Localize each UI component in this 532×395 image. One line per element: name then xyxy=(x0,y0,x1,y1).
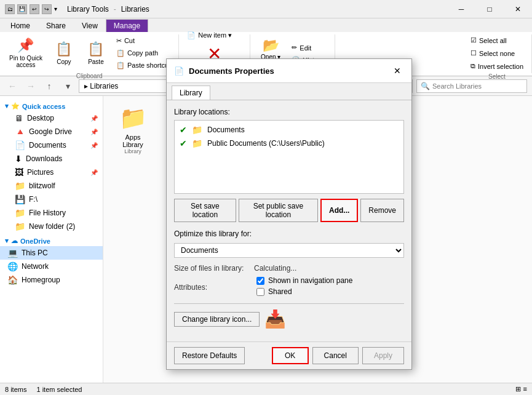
divider xyxy=(174,303,404,304)
apps-sublabel: Library xyxy=(124,148,141,154)
dialog-footer-actions: OK Cancel Apply xyxy=(272,347,404,364)
google-drive-label: Google Drive xyxy=(29,127,72,136)
view-list-icon[interactable]: ≡ xyxy=(523,385,527,393)
paste-shortcut-button[interactable]: 📋 Paste shortcut xyxy=(113,60,173,71)
change-icon-row: Change library icon... 📥 xyxy=(174,309,404,329)
sidebar-item-new-folder[interactable]: 📁 New folder (2) xyxy=(0,220,103,233)
change-icon-button[interactable]: Change library icon... xyxy=(174,312,260,327)
new-folder-label: New folder (2) xyxy=(29,222,75,231)
optimize-row: Optimize this library for: xyxy=(174,229,404,238)
forward-button[interactable]: → xyxy=(23,79,38,94)
dialog-tab-library[interactable]: Library xyxy=(172,86,210,100)
sidebar-item-file-history[interactable]: 📁 File History xyxy=(0,206,103,220)
tab-manage[interactable]: Manage xyxy=(106,19,148,32)
select-all-icon: ☑ xyxy=(470,36,477,44)
tab-home[interactable]: Home xyxy=(2,19,38,32)
copy-button[interactable]: 📋 Copy xyxy=(49,38,79,68)
sidebar-item-desktop[interactable]: 🖥 Desktop 📌 xyxy=(0,111,103,125)
sidebar-item-google-drive[interactable]: 🔺 Google Drive 📌 xyxy=(0,125,103,138)
edit-button[interactable]: ✏ Edit xyxy=(288,42,327,54)
clipboard-label: Clipboard xyxy=(76,73,103,79)
shown-in-nav-row: Shown in navigation pane xyxy=(256,276,352,285)
ribbon-group-clipboard: 📌 Pin to Quick access 📋 Copy 📋 Paste ✂ C… xyxy=(0,34,179,73)
item-count: 8 items xyxy=(5,386,26,393)
cut-icon: ✂ xyxy=(116,37,122,45)
select-none-button[interactable]: ☐ Select none xyxy=(467,47,518,59)
sidebar-item-homegroup[interactable]: 🏠 Homegroup xyxy=(0,273,103,287)
minimize-button[interactable]: ─ xyxy=(447,0,475,18)
folder-icon-1: 📁 xyxy=(192,125,202,135)
location-buttons: Set save location Set public save locati… xyxy=(174,199,404,222)
pin-button[interactable]: 📌 Pin to Quick access xyxy=(5,34,47,71)
sidebar-item-documents[interactable]: 📄 Documents 📌 xyxy=(0,138,103,152)
sidebar-item-downloads[interactable]: ⬇ Downloads xyxy=(0,152,103,166)
search-box[interactable]: 🔍 xyxy=(416,79,527,93)
dialog-icon: 📄 xyxy=(174,66,184,76)
new-item-button[interactable]: 📄 New item ▾ xyxy=(184,30,245,41)
dialog-close-button[interactable]: ✕ xyxy=(391,64,404,78)
back-button[interactable]: ← xyxy=(5,79,20,94)
copy-icon: 📋 xyxy=(55,41,72,57)
sidebar-item-this-pc[interactable]: 💻 This PC xyxy=(0,246,103,260)
file-item-apps[interactable]: 📁 AppsLibrary Library xyxy=(108,101,157,159)
file-history-icon: 📁 xyxy=(15,208,25,218)
up-button[interactable]: ↑ xyxy=(42,79,57,94)
shown-in-nav-checkbox[interactable] xyxy=(256,277,264,285)
shared-row: Shared xyxy=(256,287,352,296)
copy-path-button[interactable]: 📋 Copy path xyxy=(113,47,173,59)
sidebar-item-pictures[interactable]: 🖼 Pictures 📌 xyxy=(0,166,103,179)
location-public: ✔ 📁 Public Documents (C:\Users\Public) xyxy=(177,137,401,150)
apply-button[interactable]: Apply xyxy=(362,347,404,364)
dialog-body: Library locations: ✔ 📁 Documents ✔ 📁 Pub… xyxy=(167,100,411,341)
view-large-icon[interactable]: ⊞ xyxy=(515,385,521,393)
set-public-save-location-button[interactable]: Set public save location xyxy=(239,199,318,222)
this-pc-icon: 💻 xyxy=(7,248,18,258)
sidebar-onedrive[interactable]: ▾ ☁ OneDrive xyxy=(0,233,103,246)
maximize-button[interactable]: □ xyxy=(475,0,504,18)
quick-access-chevron: ▾ xyxy=(5,102,9,110)
library-locations-label: Library locations: xyxy=(174,108,404,116)
edit-icon: ✏ xyxy=(292,44,297,52)
tab-view[interactable]: View xyxy=(74,19,106,32)
shared-label: Shared xyxy=(268,287,292,296)
select-all-button[interactable]: ☑ Select all xyxy=(467,34,510,46)
sidebar-item-network[interactable]: 🌐 Network xyxy=(0,260,103,273)
downloads-label: Downloads xyxy=(26,154,62,163)
shared-checkbox[interactable] xyxy=(256,288,264,296)
dialog-footer: Restore Defaults OK Cancel Apply xyxy=(167,341,411,369)
restore-defaults-button[interactable]: Restore Defaults xyxy=(174,347,245,364)
google-drive-icon: 🔺 xyxy=(15,127,25,137)
sidebar-item-f[interactable]: 💾 F:\ xyxy=(0,193,103,206)
dropdown-arrow[interactable]: ▾ xyxy=(54,6,57,12)
paste-button[interactable]: 📋 Paste xyxy=(81,38,111,68)
select-none-icon: ☐ xyxy=(470,49,477,57)
invert-selection-button[interactable]: ⧉ Invert selection xyxy=(467,60,526,72)
libraries-label: Libraries xyxy=(116,5,154,14)
size-row: Size of files in library: Calculating... xyxy=(174,264,404,273)
remove-button[interactable]: Remove xyxy=(360,199,404,222)
tab-share[interactable]: Share xyxy=(38,19,74,32)
optimize-select[interactable]: Documents xyxy=(174,243,404,258)
homegroup-icon: 🏠 xyxy=(7,275,18,285)
quick-access-icon: 💾 xyxy=(17,4,27,14)
paste-label: Paste xyxy=(88,58,104,65)
sidebar-quick-access[interactable]: ▾ ⭐ Quick access xyxy=(0,98,103,111)
cut-button[interactable]: ✂ Cut xyxy=(113,35,173,47)
add-button[interactable]: Add... xyxy=(320,199,358,222)
blitzwolf-label: blitzwolf xyxy=(29,182,55,190)
select-none-label: Select none xyxy=(479,50,515,57)
sidebar-item-blitzwolf[interactable]: 📁 blitzwolf xyxy=(0,179,103,193)
close-button[interactable]: ✕ xyxy=(504,0,532,18)
recent-button[interactable]: ▾ xyxy=(60,79,75,94)
desktop-label: Desktop xyxy=(27,114,54,122)
ok-button[interactable]: OK xyxy=(272,347,309,364)
file-history-label: File History xyxy=(29,209,66,217)
window-controls: ─ □ ✕ xyxy=(447,0,532,18)
title-bar-icons: 🗂 💾 ↩ ↪ ▾ xyxy=(0,4,62,14)
search-input[interactable] xyxy=(432,82,523,90)
app-title-library-tools: Library Tools xyxy=(62,5,114,14)
set-save-location-button[interactable]: Set save location xyxy=(174,199,236,222)
location-documents-label: Documents xyxy=(207,126,245,134)
dialog-title-bar: 📄 Documents Properties ✕ xyxy=(167,59,411,83)
cancel-button[interactable]: Cancel xyxy=(312,347,359,364)
